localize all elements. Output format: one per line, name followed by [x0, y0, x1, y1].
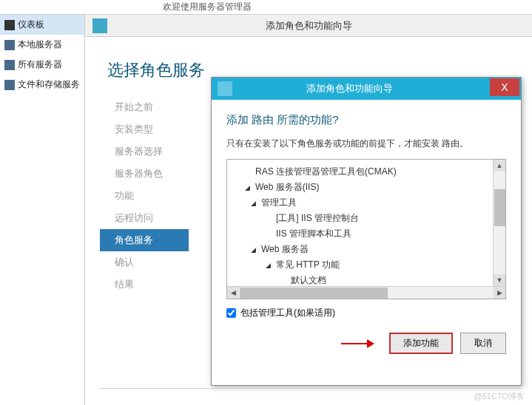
add-features-button[interactable]: 添加功能 [389, 333, 453, 354]
sidebar: 仪表板 本地服务器 所有服务器 文件和存储服务 [0, 15, 85, 405]
modal-titlebar[interactable]: 添加角色和功能向导 X [212, 78, 521, 100]
sidebar-item-label: 本地服务器 [18, 38, 62, 51]
scroll-thumb-h[interactable] [240, 287, 388, 299]
sidebar-item-label: 文件和存储服务 [18, 78, 80, 91]
add-features-modal: 添加角色和功能向导 X 添加 路由 所需的功能? 只有在安装了以下角色服务或功能… [211, 77, 522, 386]
modal-title: 添加角色和功能向导 [238, 82, 490, 95]
tree-collapse-icon[interactable]: ◢ [266, 262, 273, 269]
sidebar-item-label: 仪表板 [18, 18, 44, 31]
vertical-scrollbar[interactable]: ▲ ▼ [493, 160, 505, 286]
divider [100, 388, 521, 389]
wizard-header-icon [92, 18, 107, 33]
wizard-header-title: 添加角色和功能向导 [115, 19, 532, 33]
wizard-nav-install-type[interactable]: 安装类型 [107, 118, 189, 140]
modal-description: 只有在安装了以下角色服务或功能的前提下，才能安装 路由。 [226, 137, 506, 150]
scroll-up-icon[interactable]: ▲ [494, 160, 505, 171]
close-icon: X [501, 81, 508, 93]
main-header: 添加角色和功能向导 [85, 15, 532, 37]
tree-collapse-icon[interactable]: ◢ [245, 184, 252, 191]
wizard-nav-confirm[interactable]: 确认 [107, 251, 189, 273]
sidebar-item-dashboard[interactable]: 仪表板 [0, 15, 84, 35]
checkbox-label: 包括管理工具(如果适用) [240, 307, 335, 319]
arrow-annotation-icon [341, 339, 374, 348]
all-servers-icon [4, 60, 15, 70]
tree-toggle-icon [280, 276, 288, 283]
tree-item-iis-console[interactable]: [工具] IIS 管理控制台 [230, 211, 502, 226]
close-button[interactable]: X [490, 78, 519, 96]
welcome-title: 欢迎使用服务器管理器 [163, 1, 252, 13]
scroll-left-icon[interactable]: ◀ [227, 287, 239, 299]
modal-button-row: 添加功能 取消 [226, 333, 506, 354]
sidebar-item-local-server[interactable]: 本地服务器 [0, 35, 84, 55]
scroll-down-icon[interactable]: ▼ [494, 274, 505, 286]
tree-item-ras-cmak[interactable]: RAS 连接管理器管理工具包(CMAK) [230, 164, 502, 180]
tree-item-common-http[interactable]: ◢常见 HTTP 功能 [230, 257, 502, 273]
features-tree: RAS 连接管理器管理工具包(CMAK) ◢Web 服务器(IIS) ◢管理工具… [226, 159, 506, 299]
tree-toggle-icon [266, 229, 273, 236]
modal-question: 添加 路由 所需的功能? [226, 113, 506, 127]
wizard-nav-remote-access[interactable]: 远程访问 [107, 207, 189, 229]
watermark-text: @51CTO博客 [474, 391, 525, 402]
wizard-nav-role-services[interactable]: 角色服务 [100, 229, 189, 251]
wizard-nav-results[interactable]: 结果 [107, 273, 189, 296]
wizard-nav-before-begin[interactable]: 开始之前 [107, 96, 189, 118]
sidebar-item-file-storage[interactable]: 文件和存储服务 [0, 75, 84, 95]
wizard-nav-server-select[interactable]: 服务器选择 [107, 140, 189, 163]
wizard-nav-server-roles[interactable]: 服务器角色 [107, 163, 189, 185]
tree-toggle-icon [245, 167, 252, 174]
server-icon [4, 40, 15, 50]
dashboard-icon [4, 20, 15, 30]
cancel-button[interactable]: 取消 [460, 333, 506, 354]
modal-header-icon [218, 81, 232, 96]
wizard-nav-features[interactable]: 功能 [107, 185, 189, 207]
tree-item-mgmt-tools[interactable]: ◢管理工具 [230, 195, 502, 211]
tree-item-web-server[interactable]: ◢Web 服务器 [230, 242, 502, 257]
scroll-right-icon[interactable]: ▶ [494, 287, 505, 299]
tree-toggle-icon [266, 214, 273, 221]
top-bar: 欢迎使用服务器管理器 [0, 0, 532, 15]
tree-content: RAS 连接管理器管理工具包(CMAK) ◢Web 服务器(IIS) ◢管理工具… [227, 160, 505, 293]
sidebar-item-all-servers[interactable]: 所有服务器 [0, 55, 84, 75]
scroll-thumb-v[interactable] [494, 189, 505, 226]
wizard-nav: 开始之前 安装类型 服务器选择 服务器角色 功能 远程访问 角色服务 确认 结果 [107, 96, 189, 296]
sidebar-item-label: 所有服务器 [18, 58, 62, 71]
checkbox-input[interactable] [226, 308, 236, 318]
tree-item-iis[interactable]: ◢Web 服务器(IIS) [230, 180, 502, 195]
file-storage-icon [4, 80, 15, 90]
tree-collapse-icon[interactable]: ◢ [251, 200, 258, 207]
tree-collapse-icon[interactable]: ◢ [251, 246, 258, 253]
tree-item-iis-scripts[interactable]: IIS 管理脚本和工具 [230, 226, 502, 242]
horizontal-scrollbar[interactable]: ◀ ▶ [227, 286, 505, 299]
include-mgmt-tools-checkbox[interactable]: 包括管理工具(如果适用) [226, 307, 506, 319]
modal-body: 添加 路由 所需的功能? 只有在安装了以下角色服务或功能的前提下，才能安装 路由… [212, 100, 521, 363]
